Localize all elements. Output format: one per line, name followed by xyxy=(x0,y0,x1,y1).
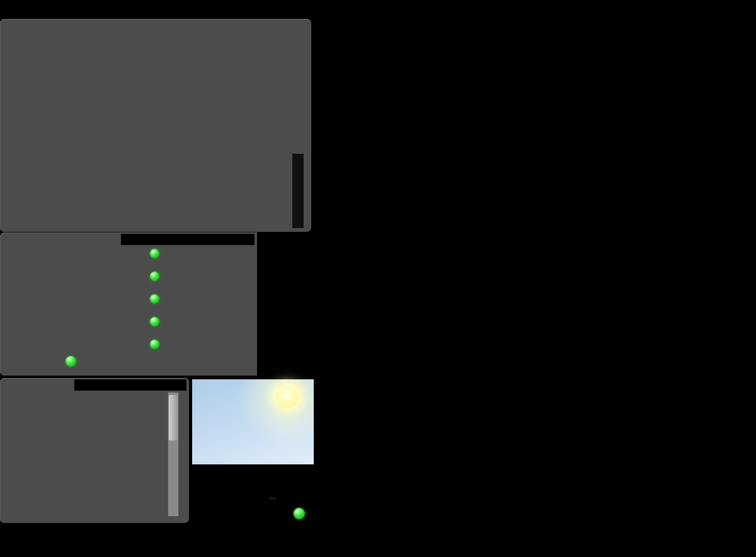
temperature-colorbar-gauge xyxy=(292,154,304,228)
current-conditions-panel xyxy=(0,19,311,232)
max-rain-rate-led xyxy=(66,356,76,367)
rainfall-panel xyxy=(0,378,189,523)
values-reset-note xyxy=(121,234,255,245)
temperature-humidity-rain-chart[interactable] xyxy=(315,314,756,557)
sun-icon xyxy=(277,387,298,408)
max-gust-today-led xyxy=(150,249,159,258)
alarm-led[interactable] xyxy=(294,508,305,519)
max-temperature-led xyxy=(150,317,159,326)
wind-direction-compass[interactable] xyxy=(224,54,318,148)
rainfall-scrollbar-thumb[interactable] xyxy=(169,395,178,440)
max-gust-hour-led xyxy=(150,272,159,281)
extreme-conditions-panel xyxy=(0,233,311,376)
sky-condition-image xyxy=(192,379,314,464)
wind-direction-chart[interactable] xyxy=(315,244,756,315)
data-received-count xyxy=(270,498,276,499)
max-average-led xyxy=(150,294,159,304)
weather-display-dashboard xyxy=(0,0,756,557)
rainfall-scrollbar[interactable] xyxy=(168,392,179,517)
barometer-windspeed-chart[interactable] xyxy=(315,25,756,247)
min-temperature-led xyxy=(150,340,159,349)
wind-speed-gauge[interactable] xyxy=(126,52,227,152)
compass-reading xyxy=(237,144,242,155)
rain-reset-note xyxy=(74,379,186,391)
at-time-column xyxy=(257,233,311,376)
